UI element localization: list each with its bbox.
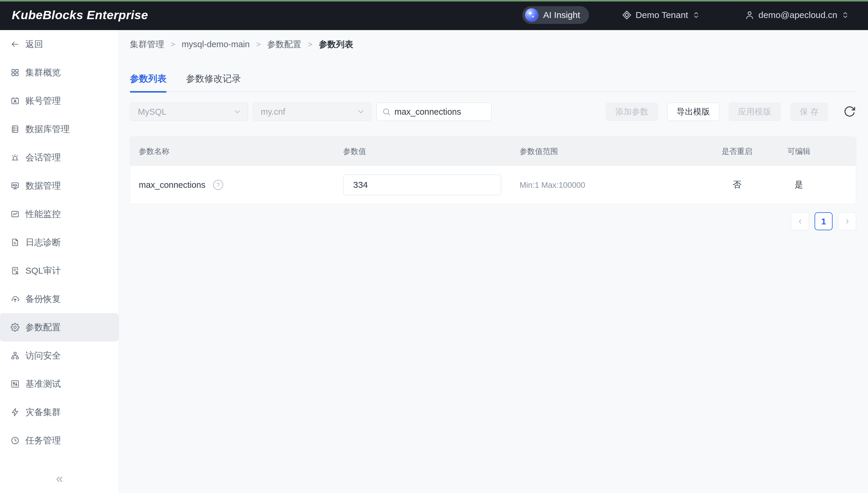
action-buttons: 添加参数 导出模版 应用模版 保 存: [606, 103, 856, 121]
topbar: KubeBlocks Enterprise ✦✦ AI Insight Demo…: [0, 0, 868, 30]
parameter-search-box: [377, 103, 491, 121]
sidebar-item-task-mgmt[interactable]: 任务管理: [0, 426, 119, 455]
tab-parameter-list[interactable]: 参数列表: [130, 71, 166, 92]
chevron-right-icon: [844, 218, 851, 225]
parameter-table: 参数名称 参数值 参数值范围 是否重启 可编辑 max_connections …: [130, 136, 856, 204]
table-header-row: 参数名称 参数值 参数值范围 是否重启 可编辑: [130, 137, 856, 166]
sliders-icon: [11, 380, 19, 388]
topbar-right: ✦✦ AI Insight Demo Tenant demo@apecloud.…: [522, 6, 849, 24]
filter-toolbar: MySQL my.cnf 添加参数 导出模版 应用模版 保 存: [130, 103, 856, 121]
sidebar-item-label: 备份恢复: [25, 293, 61, 305]
parameter-value-input[interactable]: [343, 175, 501, 195]
tab-parameter-history[interactable]: 参数修改记录: [186, 71, 241, 92]
grid-icon: [11, 68, 19, 77]
page-1-button[interactable]: 1: [814, 212, 832, 230]
ai-insight-button[interactable]: ✦✦ AI Insight: [522, 6, 589, 24]
sidebar-item-label: 账号管理: [25, 95, 61, 107]
breadcrumb-separator: >: [170, 38, 175, 51]
help-icon[interactable]: ?: [213, 180, 223, 190]
parameter-range: Min:1 Max:100000: [520, 181, 585, 190]
col-header-value: 参数值: [337, 146, 514, 156]
save-button[interactable]: 保 存: [791, 103, 828, 121]
svg-text:SQL: SQL: [13, 184, 18, 187]
audit-doc-icon: [11, 266, 19, 275]
next-page-button[interactable]: [838, 212, 856, 230]
chevron-up-down-icon: [842, 10, 849, 19]
prev-page-button[interactable]: [791, 212, 809, 230]
sidebar-item-label: 灾备集群: [25, 406, 61, 419]
tenant-label: Demo Tenant: [635, 10, 688, 20]
sidebar-item-account-mgmt[interactable]: 账号管理: [0, 87, 119, 115]
sidebar-item-access-security[interactable]: 访问安全: [0, 341, 119, 370]
engine-select-value: MySQL: [138, 107, 233, 117]
sidebar-collapse-button[interactable]: «: [0, 472, 119, 485]
col-header-range: 参数值范围: [514, 146, 700, 156]
sidebar-item-label: 性能监控: [25, 208, 61, 220]
sitemap-icon: [11, 351, 19, 360]
app-logo: KubeBlocks Enterprise: [12, 8, 148, 22]
lightning-icon: [11, 408, 19, 416]
sidebar-item-session-mgmt[interactable]: 会话管理: [0, 143, 119, 172]
breadcrumb: 集群管理 > mysql-demo-main > 参数配置 > 参数列表: [130, 38, 353, 51]
sidebar-item-database-mgmt[interactable]: 数据库管理: [0, 115, 119, 143]
add-parameter-button[interactable]: 添加参数: [606, 103, 658, 121]
config-file-select[interactable]: my.cnf: [253, 103, 371, 121]
engine-select[interactable]: MySQL: [130, 103, 248, 121]
chevron-left-icon: [796, 218, 804, 225]
search-icon: [382, 107, 391, 116]
sidebar-back-button[interactable]: 返回: [0, 30, 119, 58]
sidebar-item-label: 数据库管理: [25, 123, 70, 135]
sidebar-item-backup-restore[interactable]: 备份恢复: [0, 285, 119, 313]
sidebar-item-label: 数据管理: [25, 180, 61, 192]
chevron-up-down-icon: [692, 10, 700, 19]
breadcrumb-parameter-config[interactable]: 参数配置: [267, 38, 301, 51]
sidebar-item-data-mgmt[interactable]: SQL 数据管理: [0, 172, 119, 200]
sidebar-back-label: 返回: [25, 38, 43, 50]
tenant-switcher[interactable]: Demo Tenant: [622, 10, 700, 20]
sidebar-item-performance-monitor[interactable]: 性能监控: [0, 200, 119, 228]
top-green-strip: [0, 0, 868, 1]
sidebar-item-label: SQL审计: [25, 265, 61, 277]
editable-value: 是: [774, 179, 824, 191]
table-row: max_connections ? Min:1 Max:100000 否 是: [130, 166, 856, 204]
breadcrumb-cluster-mgmt[interactable]: 集群管理: [130, 38, 164, 51]
sidebar: 返回 集群概览 账号管理 数据库管理 会话管理 SQL 数据管理: [0, 30, 119, 493]
main-content: 集群管理 > mysql-demo-main > 参数配置 > 参数列表 参数列…: [119, 30, 868, 493]
apply-template-button[interactable]: 应用模版: [729, 103, 781, 121]
sidebar-item-log-diagnosis[interactable]: 日志诊断: [0, 228, 119, 257]
sidebar-item-label: 会话管理: [25, 152, 61, 164]
chevron-down-icon: [356, 107, 365, 116]
ai-insight-label: AI Insight: [543, 10, 580, 20]
breadcrumb-cluster-name[interactable]: mysql-demo-main: [182, 38, 249, 51]
clock-icon: [11, 436, 19, 445]
export-template-button[interactable]: 导出模版: [667, 103, 719, 121]
gear-icon: [11, 323, 19, 332]
pagination: 1: [785, 212, 856, 230]
col-header-restart: 是否重启: [700, 146, 774, 156]
alarm-icon: [11, 153, 19, 162]
sidebar-item-sql-audit[interactable]: SQL审计: [0, 257, 119, 285]
user-email: demo@apecloud.cn: [759, 10, 837, 20]
restart-required-value: 否: [700, 179, 774, 191]
refresh-icon: [844, 106, 856, 118]
sidebar-item-cluster-overview[interactable]: 集群概览: [0, 58, 119, 87]
parameter-search-input[interactable]: [395, 107, 487, 117]
user-icon: [745, 10, 754, 20]
sidebar-item-label: 访问安全: [25, 350, 61, 362]
sidebar-item-label: 任务管理: [25, 435, 61, 447]
col-header-editable: 可编辑: [774, 146, 824, 156]
sidebar-item-dr-cluster[interactable]: 灾备集群: [0, 398, 119, 426]
tenant-diamond-icon: [622, 10, 631, 20]
back-arrow-icon: [11, 40, 19, 49]
cloud-backup-icon: [11, 295, 19, 303]
config-file-select-value: my.cnf: [261, 107, 356, 117]
log-file-icon: [11, 238, 19, 247]
breadcrumb-parameter-list: 参数列表: [319, 38, 353, 51]
breadcrumb-separator: >: [256, 38, 261, 51]
sidebar-item-parameter-config[interactable]: 参数配置: [0, 313, 119, 341]
user-menu[interactable]: demo@apecloud.cn: [745, 10, 849, 20]
sql-monitor-icon: SQL: [11, 181, 19, 190]
sidebar-item-benchmark[interactable]: 基准测试: [0, 370, 119, 398]
refresh-button[interactable]: [843, 105, 856, 118]
tab-bar: 参数列表 参数修改记录: [130, 71, 856, 92]
